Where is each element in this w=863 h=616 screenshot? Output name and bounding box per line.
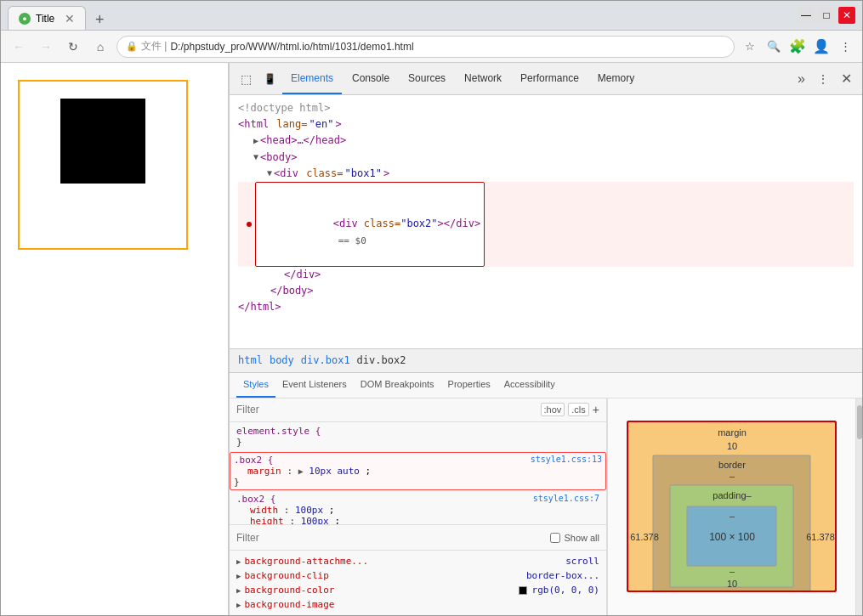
styles-content: :hov .cls + element.style { }	[230, 398, 862, 616]
svg-text:–: –	[730, 471, 735, 481]
main-area: ⬚ 📱 Elements Console Sources Network Per…	[1, 63, 862, 615]
scrollbar-track[interactable]	[855, 398, 862, 616]
svg-text:–: –	[730, 511, 735, 521]
css-prop-height: height	[250, 516, 284, 525]
computed-prop-row: ▶ background-attachme... scroll	[236, 554, 599, 568]
add-rule-button[interactable]: +	[593, 403, 599, 416]
inspector-icon[interactable]: ⬚	[235, 63, 257, 94]
browser-window: ● Title ✕ + — □ ✕ ← → ↻ ⌂ 🔒 文件 | D:/phps…	[0, 0, 863, 616]
devtools-close-button[interactable]: ✕	[836, 63, 857, 94]
css-source-link[interactable]: stsyle1.css:13	[531, 455, 602, 464]
search-icon[interactable]: 🔍	[764, 37, 784, 57]
new-tab-button[interactable]: +	[89, 9, 110, 30]
device-icon[interactable]: 📱	[258, 63, 281, 94]
forward-button[interactable]: →	[35, 36, 57, 58]
box-model-wrap: margin 10 border – padding–	[607, 398, 855, 616]
svg-text:100 × 100: 100 × 100	[709, 531, 755, 543]
css-value-width: 100px	[295, 505, 323, 516]
address-bar: ← → ↻ ⌂ 🔒 文件 | D:/phpstudy_pro/WWW/html.…	[1, 31, 862, 63]
margin-arrow-icon[interactable]: ▶	[298, 466, 304, 476]
css-rule-box2-size: .box2 { stsyle1.css:7 width : 100px ;	[230, 490, 606, 525]
prop-value-bg-color: rgb(0, 0, 0)	[532, 585, 599, 596]
styles-left: :hov .cls + element.style { }	[230, 398, 607, 616]
prop-arrow-2[interactable]: ▶	[236, 572, 241, 580]
tab-close-button[interactable]: ✕	[65, 12, 75, 25]
svg-text:10: 10	[727, 579, 737, 589]
css-value-margin: 10px auto	[309, 466, 360, 477]
filter-bottom-input[interactable]	[236, 532, 543, 544]
styles-tabs: Styles Event Listeners DOM Breakpoints P…	[230, 373, 862, 398]
html-line-body-open[interactable]: ▼ <body>	[238, 150, 854, 166]
css-prop-margin: margin	[247, 466, 281, 477]
svg-text:border: border	[718, 460, 746, 470]
head-triangle[interactable]: ▶	[253, 134, 258, 148]
refresh-button[interactable]: ↻	[62, 36, 84, 58]
scrollbar-thumb[interactable]	[857, 405, 862, 439]
styles-tab-dom-breakpoints[interactable]: DOM Breakpoints	[354, 373, 441, 398]
devtools-settings-icon[interactable]: ⋮	[812, 63, 834, 94]
tab-network[interactable]: Network	[456, 63, 510, 94]
maximize-button[interactable]: □	[818, 7, 835, 24]
minimize-button[interactable]: —	[798, 7, 815, 24]
css-source-link2[interactable]: stsyle1.css:7	[533, 494, 599, 503]
box-model-diagram: margin 10 border – padding–	[623, 417, 840, 596]
show-all-text: Show all	[564, 533, 599, 543]
box1-triangle[interactable]: ▼	[267, 167, 272, 180]
prop-name-bg-image: background-image	[244, 599, 599, 610]
html-line-box1[interactable]: ▼ <div class="box1">	[238, 166, 854, 182]
tab-sources[interactable]: Sources	[400, 63, 454, 94]
styles-tab-styles[interactable]: Styles	[236, 373, 275, 398]
home-button[interactable]: ⌂	[89, 36, 111, 58]
styles-tab-accessibility[interactable]: Accessibility	[497, 373, 562, 398]
breadcrumb-box1[interactable]: div.box1	[301, 354, 350, 366]
svg-text:10: 10	[727, 441, 737, 451]
toolbar-icons: ☆ 🔍 🧩 👤 ⋮	[740, 37, 855, 57]
filter-bottom-bar: Show all	[230, 525, 606, 551]
bookmark-star-icon[interactable]: ☆	[740, 37, 760, 57]
title-bar: ● Title ✕ + — □ ✕	[1, 1, 862, 31]
close-button[interactable]: ✕	[838, 7, 855, 24]
devtools-panel: ⬚ 📱 Elements Console Sources Network Per…	[229, 63, 862, 615]
more-tabs-button[interactable]: »	[792, 63, 810, 94]
prop-arrow-1[interactable]: ▶	[236, 557, 241, 566]
cls-button[interactable]: .cls	[568, 403, 589, 416]
show-all-checkbox[interactable]	[550, 533, 560, 543]
body-triangle[interactable]: ▼	[253, 150, 258, 164]
tab-console[interactable]: Console	[343, 63, 398, 94]
styles-tab-properties[interactable]: Properties	[441, 373, 497, 398]
html-line-box2[interactable]: <div class="box2"></div> == $0	[238, 182, 854, 267]
styles-tab-event-listeners[interactable]: Event Listeners	[275, 373, 354, 398]
html-line-head[interactable]: ▶ <head>…</head>	[238, 133, 854, 149]
page-box2	[60, 99, 145, 184]
hov-button[interactable]: :hov	[541, 403, 565, 416]
profile-icon[interactable]: 👤	[811, 37, 832, 57]
url-bar[interactable]: 🔒 文件 | D:/phpstudy_pro/WWW/html.io/html/…	[116, 36, 735, 58]
tab-elements[interactable]: Elements	[282, 63, 342, 94]
html-line-html[interactable]: <html lang="en">	[238, 116, 854, 133]
css-rule-box2-margin: .box2 { stsyle1.css:13 margin : ▶ 10px a…	[230, 452, 606, 490]
devtools-toolbar: ⬚ 📱 Elements Console Sources Network Per…	[230, 63, 862, 95]
back-button[interactable]: ←	[8, 36, 30, 58]
computed-prop-row-4: ▶ background-image	[236, 597, 599, 612]
lock-icon: 🔒	[126, 41, 138, 52]
tab-performance[interactable]: Performance	[512, 63, 588, 94]
breadcrumb-body[interactable]: body	[270, 354, 294, 366]
html-line-box1-close: </div>	[238, 267, 854, 283]
svg-text:–: –	[730, 566, 735, 576]
breadcrumb: html body div.box1 div.box2	[230, 349, 862, 373]
show-all-label[interactable]: Show all	[550, 533, 599, 543]
html-tree: <!doctype html> <html lang="en"> ▶ <head…	[230, 95, 862, 349]
active-tab[interactable]: ● Title ✕	[8, 6, 86, 30]
filter-input[interactable]	[236, 404, 537, 415]
menu-icon[interactable]: ⋮	[835, 37, 855, 57]
prop-arrow-3[interactable]: ▶	[236, 586, 241, 595]
url-text: D:/phpstudy_pro/WWW/html.io/html/1031/de…	[170, 41, 413, 53]
breadcrumb-box2[interactable]: div.box2	[357, 354, 406, 366]
breadcrumb-html[interactable]: html	[238, 354, 263, 366]
right-panel: margin 10 border – padding–	[607, 398, 862, 616]
extensions-icon[interactable]: 🧩	[787, 37, 808, 57]
bg-color-swatch[interactable]	[519, 586, 527, 595]
css-selector-box2-size: .box2 {	[236, 494, 275, 505]
prop-arrow-4[interactable]: ▶	[236, 601, 241, 609]
tab-memory[interactable]: Memory	[589, 63, 643, 94]
